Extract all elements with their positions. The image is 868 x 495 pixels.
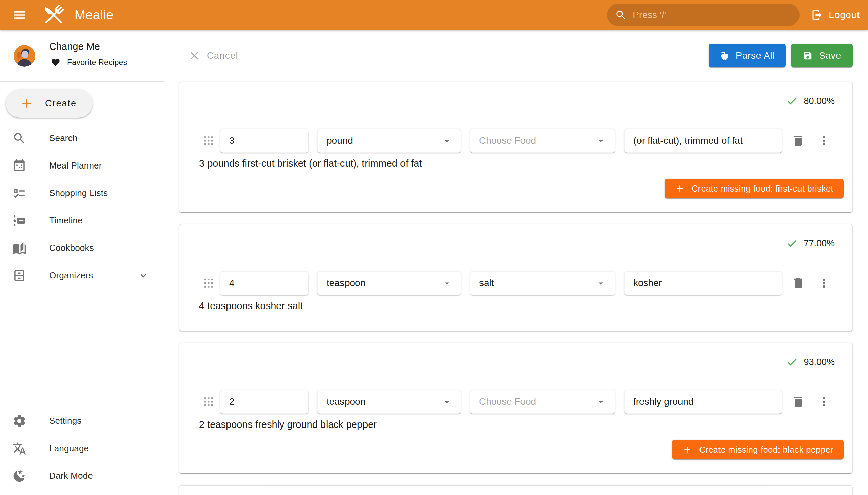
chevron-down-icon[interactable]	[138, 270, 149, 281]
note-input[interactable]	[625, 135, 782, 146]
parser-toolbar: Cancel Parse All Save	[179, 44, 853, 68]
food-select[interactable]: salt	[470, 271, 615, 295]
create-button[interactable]: Create	[6, 89, 92, 118]
cancel-button[interactable]: Cancel	[188, 49, 238, 62]
plus-icon	[675, 184, 685, 193]
save-button[interactable]: Save	[791, 44, 853, 67]
nav-label: Settings	[49, 416, 82, 426]
favorite-recipes-link[interactable]: Favorite Recipes	[51, 58, 127, 67]
sidebar-item-dark-mode[interactable]: Dark Mode	[0, 462, 164, 490]
more-options-button[interactable]	[816, 133, 831, 148]
sidebar-item-timeline[interactable]: Timeline	[0, 207, 164, 234]
nav-label: Organizers	[49, 270, 93, 281]
nav-label: Cookbooks	[49, 243, 94, 253]
menu-down-icon	[596, 136, 606, 146]
more-options-button[interactable]	[816, 394, 831, 409]
food-select[interactable]: Choose Food	[470, 390, 615, 414]
magnify-icon	[12, 131, 27, 146]
nav-label: Language	[49, 443, 89, 454]
sidebar-item-search[interactable]: Search	[0, 124, 164, 152]
create-missing-label: Create missing food: black pepper	[699, 445, 833, 455]
original-ingredient-text: 3 pounds first-cut brisket (or flat-cut)…	[199, 158, 852, 169]
confidence-row: 80.00%	[180, 94, 852, 108]
sidebar-item-language[interactable]: Language	[0, 434, 164, 462]
logout-label: Logout	[829, 10, 860, 20]
sidebar-divider	[0, 81, 164, 82]
create-missing-label: Create missing food: first-cut brisket	[692, 184, 833, 193]
menu-icon[interactable]	[10, 5, 29, 24]
confidence-value: 80.00%	[804, 96, 835, 106]
parse-all-label: Parse All	[736, 51, 775, 61]
quantity-input[interactable]	[220, 396, 308, 407]
nav-label: Timeline	[49, 215, 83, 226]
app-title: Mealie	[74, 8, 114, 22]
create-label: Create	[45, 98, 76, 109]
delete-button[interactable]	[791, 394, 806, 409]
global-search[interactable]	[607, 4, 800, 26]
cabinet-icon	[12, 269, 27, 283]
delete-button[interactable]	[791, 133, 806, 148]
quantity-input[interactable]	[220, 135, 308, 146]
check-icon	[786, 356, 798, 368]
checklist-icon	[12, 186, 27, 200]
unit-select[interactable]: teaspoon	[317, 271, 461, 295]
cancel-label: Cancel	[207, 51, 238, 61]
sidebar-nav: Search Meal Planner Shopping Lists	[0, 124, 164, 289]
logout-button[interactable]: Logout	[811, 4, 860, 26]
book-open-icon	[12, 241, 27, 255]
sidebar-item-settings[interactable]: Settings	[0, 407, 164, 434]
user-section: Change Me Favorite Recipes	[0, 30, 164, 81]
original-ingredient-text: 4 teaspoons kosher salt	[199, 301, 852, 311]
heart-icon	[51, 58, 61, 67]
ingredient-fields: teaspoon salt	[180, 271, 852, 295]
delete-button[interactable]	[791, 276, 806, 291]
trash-icon	[792, 276, 805, 290]
note-input[interactable]	[625, 278, 782, 289]
avatar[interactable]	[14, 45, 35, 67]
apple-icon	[719, 51, 730, 61]
plus-icon	[682, 444, 692, 455]
ingredient-card: 93.00% teaspoon Choose Food	[179, 343, 853, 473]
gear-icon	[12, 414, 27, 428]
main-content: Cancel Parse All Save 80.00%	[165, 30, 868, 495]
check-icon	[786, 95, 798, 107]
sidebar-item-organizers[interactable]: Organizers	[0, 262, 164, 289]
drag-handle-icon[interactable]	[201, 276, 216, 291]
nav-label: Shopping Lists	[49, 188, 108, 198]
confidence-row: 77.00%	[180, 237, 852, 250]
unit-select[interactable]: teaspoon	[317, 390, 461, 414]
search-icon	[615, 9, 627, 21]
note-input[interactable]	[625, 396, 782, 407]
sidebar-item-cookbooks[interactable]: Cookbooks	[0, 234, 164, 262]
save-icon	[803, 51, 813, 61]
nav-label: Search	[49, 133, 78, 143]
ingredient-card: 80.00% pound Choose Food	[179, 82, 853, 212]
trash-icon	[792, 134, 805, 148]
menu-down-icon	[596, 397, 606, 407]
drag-handle-icon[interactable]	[201, 394, 216, 409]
sidebar: Change Me Favorite Recipes Create Search…	[0, 30, 165, 495]
original-ingredient-text: 2 teaspoons freshly ground black pepper	[199, 419, 852, 430]
more-options-button[interactable]	[816, 276, 831, 291]
drag-handle-icon[interactable]	[201, 133, 216, 148]
check-icon	[786, 237, 798, 250]
favorites-label: Favorite Recipes	[67, 58, 127, 67]
quantity-input[interactable]	[220, 278, 308, 289]
mealie-app: Mealie Logout	[0, 0, 868, 495]
sidebar-item-meal-planner[interactable]: Meal Planner	[0, 152, 164, 180]
sidebar-item-shopping-lists[interactable]: Shopping Lists	[0, 180, 164, 207]
food-select[interactable]: Choose Food	[470, 129, 615, 153]
create-missing-food-button[interactable]: Create missing food: black pepper	[672, 440, 844, 459]
search-input[interactable]	[633, 10, 792, 20]
unit-select[interactable]: pound	[317, 129, 461, 153]
parse-all-button[interactable]: Parse All	[709, 44, 786, 67]
user-name: Change Me	[49, 41, 100, 52]
mealie-logo-icon	[41, 3, 66, 27]
nav-label: Meal Planner	[49, 160, 102, 171]
ingredient-card: 77.00% teaspoon salt	[179, 224, 853, 331]
logout-icon	[811, 9, 823, 21]
plus-icon	[19, 96, 34, 111]
create-missing-food-button[interactable]: Create missing food: first-cut brisket	[665, 179, 844, 198]
sidebar-bottom-nav: Settings Language Dark Mode	[0, 407, 164, 490]
menu-down-icon	[442, 278, 452, 289]
